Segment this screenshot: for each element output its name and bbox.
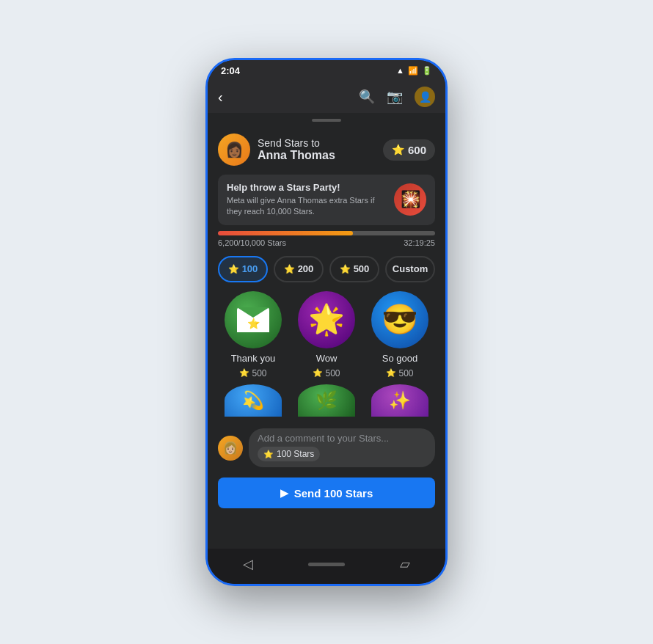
comment-stars-badge: ⭐ 100 Stars bbox=[258, 447, 320, 461]
sticker-wow-name: Wow bbox=[316, 353, 338, 364]
amount-100-button[interactable]: ⭐ 100 bbox=[218, 256, 268, 282]
partial-sticker-2[interactable]: 🌿 bbox=[291, 384, 362, 417]
stars-party-section: Help throw a Stars Party! Meta will give… bbox=[218, 175, 435, 225]
drag-handle bbox=[312, 119, 341, 122]
header-text: Send Stars to Anna Thomas bbox=[258, 137, 335, 162]
progress-info: 6,200/10,000 Stars 32:19:25 bbox=[218, 238, 435, 247]
sticker-sogood-cost-icon: ⭐ bbox=[386, 368, 396, 378]
partial-sticker-1[interactable]: 💫 bbox=[218, 384, 288, 417]
wifi-icon: ▲ bbox=[396, 66, 404, 75]
send-button-icon: ▶ bbox=[280, 487, 288, 499]
sticker-wow[interactable]: 🌟 Wow ⭐ 500 bbox=[291, 291, 362, 378]
bottom-nav: ◁ ▱ bbox=[208, 549, 445, 584]
sticker-sogood-cost-value: 500 bbox=[398, 368, 413, 378]
stickers-grid: ⭐ Thank you ⭐ 500 🌟 Wow ⭐ 500 bbox=[208, 288, 445, 381]
search-icon[interactable]: 🔍 bbox=[359, 89, 375, 105]
back-button[interactable]: ‹ bbox=[218, 89, 223, 106]
partial-stickers-row: 💫 🌿 ✨ bbox=[208, 381, 445, 420]
sticker-sogood[interactable]: 😎 So good ⭐ 500 bbox=[365, 291, 435, 378]
sticker-wow-cost: ⭐ 500 bbox=[313, 368, 340, 378]
comment-badge-text: 100 Stars bbox=[277, 449, 314, 459]
progress-section: 6,200/10,000 Stars 32:19:25 bbox=[218, 231, 435, 247]
amount-selector: ⭐ 100 ⭐ 200 ⭐ 500 Custom bbox=[208, 250, 445, 288]
sticker-wow-cost-icon: ⭐ bbox=[313, 368, 323, 378]
home-indicator[interactable] bbox=[308, 563, 345, 566]
nav-bar: ‹ 🔍 📷 👤 bbox=[208, 81, 445, 113]
partial-sticker-circle-1: 💫 bbox=[225, 384, 282, 417]
comment-section: 👩🏼 Add a comment to your Stars... ⭐ 100 … bbox=[208, 422, 445, 474]
stars-balance-icon: ⭐ bbox=[392, 144, 404, 155]
sticker-thankyou-name: Thank you bbox=[231, 353, 276, 364]
sticker-thankyou-cost-icon: ⭐ bbox=[239, 368, 249, 378]
status-bar: 2:04 ▲ 📶 🔋 bbox=[208, 60, 445, 81]
amount-100-label: 100 bbox=[242, 263, 258, 274]
amount-500-button[interactable]: ⭐ 500 bbox=[329, 256, 379, 282]
sticker-sogood-name: So good bbox=[382, 353, 417, 364]
recents-nav-button[interactable]: ▱ bbox=[385, 553, 425, 575]
progress-bar-fill bbox=[218, 231, 353, 235]
partial-sticker-circle-3: ✨ bbox=[371, 384, 428, 417]
battery-icon: 🔋 bbox=[422, 66, 432, 76]
nav-actions: 🔍 📷 👤 bbox=[359, 87, 435, 107]
header-left: 👩🏾 Send Stars to Anna Thomas bbox=[218, 133, 335, 166]
partial-sticker-circle-2: 🌿 bbox=[298, 384, 355, 417]
status-time: 2:04 bbox=[221, 65, 240, 76]
amount-custom-button[interactable]: Custom bbox=[385, 256, 435, 282]
sticker-wow-circle: 🌟 bbox=[298, 291, 355, 348]
send-stars-label: Send Stars to bbox=[258, 137, 335, 149]
stars-party-desc: Meta will give Anna Thomas extra Stars i… bbox=[227, 195, 387, 218]
stars-balance-badge[interactable]: ⭐ 600 bbox=[383, 139, 435, 161]
send-button-label: Send 100 Stars bbox=[294, 487, 373, 500]
sticker-sogood-circle: 😎 bbox=[371, 291, 428, 348]
sticker-thankyou-cost: ⭐ 500 bbox=[239, 368, 266, 378]
amount-custom-label: Custom bbox=[393, 263, 428, 274]
sticker-thankyou-circle: ⭐ bbox=[225, 291, 282, 348]
phone-frame: 2:04 ▲ 📶 🔋 ‹ 🔍 📷 👤 👩🏾 Send Stars to Anna… bbox=[205, 58, 448, 586]
amount-500-label: 500 bbox=[354, 263, 370, 274]
send-stars-header: 👩🏾 Send Stars to Anna Thomas ⭐ 600 bbox=[208, 128, 445, 175]
amount-200-button[interactable]: ⭐ 200 bbox=[274, 256, 324, 282]
progress-text: 6,200/10,000 Stars bbox=[218, 238, 286, 247]
comment-placeholder: Add a comment to your Stars... bbox=[258, 433, 426, 444]
amount-500-icon: ⭐ bbox=[340, 264, 351, 274]
stars-balance-count: 600 bbox=[408, 144, 426, 156]
timer-text: 32:19:25 bbox=[404, 238, 435, 247]
amount-200-icon: ⭐ bbox=[284, 264, 295, 274]
stars-party-text: Help throw a Stars Party! Meta will give… bbox=[227, 182, 387, 218]
amount-100-icon: ⭐ bbox=[228, 264, 239, 274]
content-area: 👩🏾 Send Stars to Anna Thomas ⭐ 600 Help … bbox=[208, 113, 445, 549]
progress-bar-bg bbox=[218, 231, 435, 235]
recipient-name: Anna Thomas bbox=[258, 149, 335, 162]
sticker-wow-cost-value: 500 bbox=[325, 368, 340, 378]
send-stars-button[interactable]: ▶ Send 100 Stars bbox=[218, 477, 435, 508]
user-avatar: 👩🏾 bbox=[218, 133, 250, 166]
comment-avatar: 👩🏼 bbox=[218, 436, 243, 461]
signal-icon: 📶 bbox=[408, 66, 418, 76]
profile-avatar[interactable]: 👤 bbox=[415, 87, 435, 107]
sticker-thankyou[interactable]: ⭐ Thank you ⭐ 500 bbox=[218, 291, 288, 378]
sticker-sogood-cost: ⭐ 500 bbox=[386, 368, 413, 378]
comment-input-wrap[interactable]: Add a comment to your Stars... ⭐ 100 Sta… bbox=[249, 428, 435, 468]
comment-badge-icon: ⭐ bbox=[263, 450, 274, 459]
status-icons: ▲ 📶 🔋 bbox=[396, 66, 432, 76]
camera-icon[interactable]: 📷 bbox=[387, 89, 403, 105]
partial-sticker-3[interactable]: ✨ bbox=[365, 384, 435, 417]
sticker-thankyou-cost-value: 500 bbox=[252, 368, 266, 378]
stars-party-title: Help throw a Stars Party! bbox=[227, 182, 387, 193]
amount-200-label: 200 bbox=[298, 263, 314, 274]
back-nav-button[interactable]: ◁ bbox=[228, 553, 268, 575]
stars-party-icon: 🎇 bbox=[394, 183, 426, 216]
